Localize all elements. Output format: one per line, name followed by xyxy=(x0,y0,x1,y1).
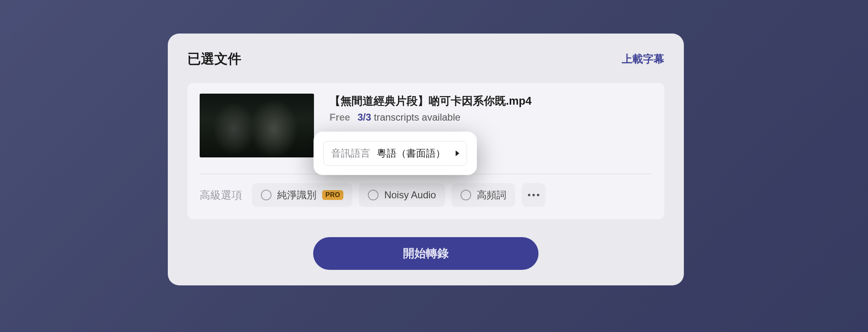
language-popover: 音訊語言 粵語（書面語） xyxy=(314,132,477,175)
radio-icon xyxy=(261,190,272,200)
audio-language-select[interactable]: 音訊語言 粵語（書面語） xyxy=(323,141,467,166)
transcript-available-label: transcripts available xyxy=(374,112,461,123)
plan-badge: Free xyxy=(329,112,350,123)
card-title: 已選文件 xyxy=(187,50,241,68)
card-header: 已選文件 上載字幕 xyxy=(187,50,664,68)
more-options-button[interactable] xyxy=(522,183,545,207)
video-thumbnail xyxy=(200,94,314,157)
thumbnail-image xyxy=(200,94,314,157)
usage-line: Free 3/3 transcripts available xyxy=(329,112,652,123)
start-transcribe-button[interactable]: 開始轉錄 xyxy=(313,237,539,270)
option-label: 高頻詞 xyxy=(477,188,506,202)
audio-language-label: 音訊語言 xyxy=(331,147,370,160)
option-label: 純淨識別 xyxy=(277,188,316,202)
caret-right-icon xyxy=(456,150,459,156)
upload-subtitles-link[interactable]: 上載字幕 xyxy=(622,52,664,66)
file-name: 【無間道經典片段】啲可卡因系你既.mp4 xyxy=(329,94,652,108)
option-noisy-audio[interactable]: Noisy Audio xyxy=(359,183,445,207)
advanced-options-label: 高級選項 xyxy=(200,188,242,202)
radio-icon xyxy=(461,190,471,200)
radio-icon xyxy=(368,190,378,200)
transcript-count: 3/3 xyxy=(358,112,371,123)
option-high-frequency-words[interactable]: 高頻詞 xyxy=(452,183,515,207)
pro-badge: PRO xyxy=(322,190,343,200)
option-label: Noisy Audio xyxy=(384,189,436,201)
option-pure-recognition[interactable]: 純淨識別 PRO xyxy=(252,183,352,207)
ellipsis-icon xyxy=(528,194,539,196)
audio-language-value: 粵語（書面語） xyxy=(377,147,449,160)
advanced-options-row: 高級選項 純淨識別 PRO Noisy Audio 高頻詞 xyxy=(200,183,652,207)
